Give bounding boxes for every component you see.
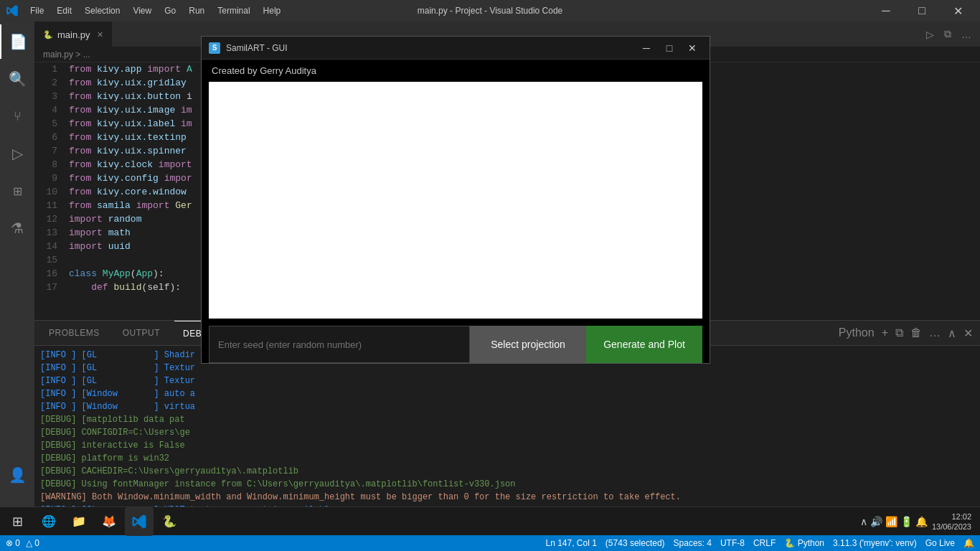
- sidebar-item-run-debug[interactable]: ▷: [0, 136, 34, 171]
- menu-selection[interactable]: Selection: [79, 4, 126, 17]
- minimize-button[interactable]: ─: [870, 0, 903, 22]
- add-terminal-icon[interactable]: +: [880, 325, 890, 341]
- status-notification[interactable]: 🔔: [963, 538, 974, 548]
- menu-go[interactable]: Go: [159, 4, 182, 17]
- sys-tray: ∧ 🔊 📶 🔋 🔔: [860, 516, 928, 527]
- gui-close-button[interactable]: ✕: [682, 40, 702, 56]
- status-python[interactable]: 🐍 Python: [784, 538, 824, 548]
- move-up-icon[interactable]: ∧: [946, 325, 958, 342]
- sidebar-item-account[interactable]: 👤: [0, 458, 34, 492]
- seed-input[interactable]: [209, 326, 470, 363]
- log-line: [DEBUG] interactive is False: [40, 439, 974, 452]
- status-left: ⊗ 0 △ 0: [6, 538, 39, 548]
- sidebar-item-source-control[interactable]: ⑂: [0, 99, 34, 133]
- gui-titlebar: S SamilART - GUI ─ □ ✕: [202, 37, 710, 60]
- tab-close-icon[interactable]: ×: [98, 29, 103, 40]
- log-line: [DEBUG] CONFIGDIR=C:\Users\ge: [40, 426, 974, 439]
- menu-view[interactable]: View: [127, 4, 157, 17]
- tab-filename: main.py: [57, 29, 90, 40]
- log-line: [WARNING] Both Window.minimum_width and …: [40, 491, 974, 504]
- status-line-col[interactable]: Ln 147, Col 1: [545, 538, 596, 548]
- status-encoding[interactable]: UTF-8: [720, 538, 745, 548]
- python-file-icon: 🐍: [43, 30, 53, 39]
- taskbar-clock[interactable]: 12:02 13/06/2023: [932, 512, 971, 532]
- menu-run[interactable]: Run: [183, 4, 210, 17]
- python-label: Python: [837, 325, 876, 341]
- breadcrumb-text: main.py > ...: [43, 50, 90, 60]
- log-line: [DEBUG] platform is win32: [40, 452, 974, 465]
- titlebar: File Edit Selection View Go Run Terminal…: [0, 0, 980, 22]
- gui-canvas: [209, 82, 702, 319]
- sidebar-item-search[interactable]: 🔍: [0, 62, 34, 96]
- trash-icon[interactable]: 🗑: [909, 325, 923, 341]
- maximize-button[interactable]: □: [905, 0, 938, 22]
- gui-window: S SamilART - GUI ─ □ ✕ Created by Gerry …: [201, 36, 710, 364]
- menu-edit[interactable]: Edit: [51, 4, 77, 17]
- taskbar-python[interactable]: 🐍: [155, 507, 184, 536]
- taskbar-vscode[interactable]: [125, 507, 154, 536]
- panel-toolbar: Python + ⧉ 🗑 … ∧ ✕: [837, 325, 974, 342]
- split-editor-icon[interactable]: ⧉: [941, 27, 954, 42]
- log-line: [DEBUG] CACHEDIR=C:\Users\gerryauditya\.…: [40, 465, 974, 478]
- taskbar-firefox[interactable]: 🦊: [95, 507, 123, 536]
- gui-minimize-button[interactable]: ─: [636, 40, 656, 56]
- menu-file[interactable]: File: [24, 4, 50, 17]
- status-warnings[interactable]: △ 0: [26, 538, 39, 548]
- close-panel-icon[interactable]: ✕: [962, 325, 974, 342]
- titlebar-menu: File Edit Selection View Go Run Terminal…: [6, 4, 286, 17]
- status-line-ending[interactable]: CRLF: [753, 538, 776, 548]
- log-line: [INFO ] [GL ] Textur: [40, 375, 974, 387]
- activity-bar: 📄 🔍 ⑂ ▷ ⊞ ⚗ 👤 ⚙: [0, 22, 34, 535]
- battery-icon[interactable]: 🔋: [900, 516, 913, 527]
- more-panel-icon[interactable]: …: [928, 325, 942, 341]
- log-line: [INFO ] [Window ] virtua: [40, 400, 974, 413]
- split-terminal-icon[interactable]: ⧉: [894, 325, 905, 341]
- status-golive[interactable]: Go Live: [925, 538, 955, 548]
- vscode-logo-icon: [6, 4, 19, 17]
- log-line: [DEBUG] Using fontManager instance from …: [40, 478, 974, 491]
- gui-title-text: SamilART - GUI: [226, 43, 288, 53]
- log-line: [DEBUG] [matplotlib data pat: [40, 413, 974, 426]
- tab-output[interactable]: OUTPUT: [114, 321, 169, 346]
- status-errors[interactable]: ⊗ 0: [6, 538, 20, 548]
- clock-date: 13/06/2023: [932, 522, 971, 532]
- tab-problems[interactable]: PROBLEMS: [40, 321, 108, 346]
- taskbar: ⊞ 🌐 📁 🦊 🐍 ∧ 🔊 📶 🔋 🔔 12:02 13/06/2023: [0, 507, 980, 535]
- run-icon[interactable]: ▷: [923, 27, 937, 42]
- clock-time: 12:02: [932, 512, 971, 522]
- tab-main-py[interactable]: 🐍 main.py ×: [34, 22, 113, 47]
- gui-subtitle: Created by Gerry Auditya: [202, 60, 710, 82]
- select-projection-button[interactable]: Select projection: [470, 326, 586, 363]
- status-spaces[interactable]: Spaces: 4: [674, 538, 712, 548]
- chevron-up-icon[interactable]: ∧: [860, 516, 867, 527]
- taskbar-edge[interactable]: 🌐: [34, 507, 63, 536]
- taskbar-explorer[interactable]: 📁: [65, 507, 93, 536]
- sidebar-item-extensions[interactable]: ⊞: [0, 174, 34, 208]
- tab-toolbar: ▷ ⧉ …: [918, 22, 980, 47]
- taskbar-right: ∧ 🔊 📶 🔋 🔔 12:02 13/06/2023: [860, 512, 977, 532]
- gui-maximize-button[interactable]: □: [659, 40, 679, 56]
- sidebar-item-flask[interactable]: ⚗: [0, 211, 34, 245]
- titlebar-title: main.py - Project - Visual Studio Code: [418, 6, 563, 16]
- start-button[interactable]: ⊞: [3, 507, 32, 536]
- taskbar-items: 🌐 📁 🦊 🐍: [34, 507, 184, 536]
- sidebar-item-explorer[interactable]: 📄: [0, 24, 34, 59]
- titlebar-controls: ─ □ ✕: [870, 0, 974, 22]
- menu-help[interactable]: Help: [258, 4, 287, 17]
- network-icon[interactable]: 📶: [885, 516, 897, 527]
- log-line: [INFO ] [Window ] auto a: [40, 387, 974, 400]
- gui-app-icon: S: [209, 42, 220, 54]
- close-button[interactable]: ✕: [941, 0, 974, 22]
- minimap: [973, 62, 980, 320]
- gui-controls: Select projection Generate and Plot: [202, 326, 710, 363]
- gui-window-controls: ─ □ ✕: [636, 40, 702, 56]
- status-right: Ln 147, Col 1 (5743 selected) Spaces: 4 …: [545, 538, 974, 548]
- notification-icon[interactable]: 🔔: [915, 516, 928, 527]
- status-bar: ⊗ 0 △ 0 Ln 147, Col 1 (5743 selected) Sp…: [0, 535, 980, 551]
- more-actions-icon[interactable]: …: [958, 27, 974, 42]
- generate-plot-button[interactable]: Generate and Plot: [586, 326, 702, 363]
- status-selected: (5743 selected): [606, 538, 665, 548]
- menu-terminal[interactable]: Terminal: [212, 4, 255, 17]
- status-version[interactable]: 3.11.3 ('myenv': venv): [833, 538, 917, 548]
- volume-icon[interactable]: 🔊: [870, 516, 882, 527]
